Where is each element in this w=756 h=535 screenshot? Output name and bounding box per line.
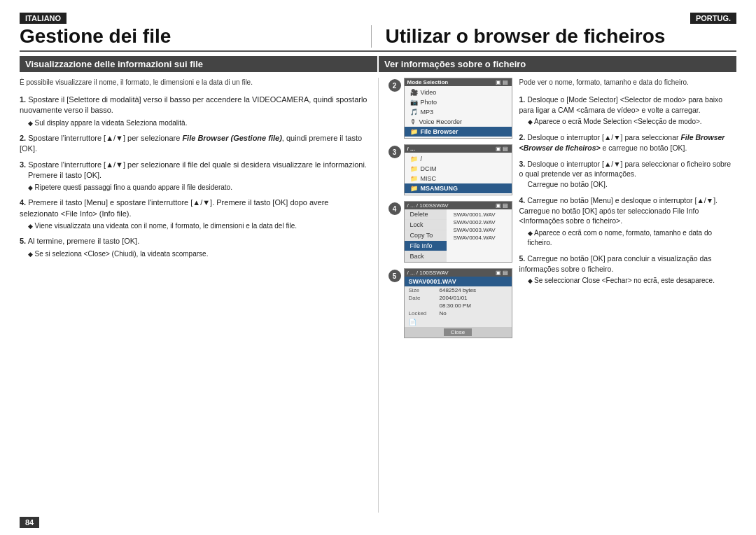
step-pt-2: 2. Desloque o interruptor [▲/▼] para sel… [519, 132, 737, 153]
screen-4-path: / ... / 100SSWAV [407, 202, 449, 209]
page: ITALIANO PORTUG. Gestione dei file Utili… [0, 0, 756, 535]
section-header-pt: Ver informações sobre o ficheiro [379, 56, 736, 72]
screen-2-icons: ▣ ▤ [496, 79, 508, 85]
screen-3-item-root: 📁 / [405, 154, 512, 164]
screenshots-col: 2 Mode Selection ▣ ▤ 🎥 Video [388, 78, 512, 513]
step-it-3: 3. Spostare l'interruttore [▲/▼] per sel… [20, 160, 368, 193]
right-column: 2 Mode Selection ▣ ▤ 🎥 Video [379, 78, 737, 513]
screen-5-path: / ... / 100SSWAV [407, 270, 449, 276]
screen-4-body: Delete Lock Copy To File Info Back SWAV0… [405, 209, 512, 262]
page-footer: 84 [20, 517, 736, 528]
intro-pt: Pode ver o nome, formato, tamanho e data… [519, 78, 737, 88]
step-num-5: 5. [20, 237, 26, 245]
step-pt-3: 3. Desloque o interruptor [▲/▼] para sel… [519, 159, 737, 190]
date-value: 2004/01/01 [440, 295, 468, 301]
intro-it: È possibile visualizzare il nome, il for… [20, 78, 368, 88]
file-row-2: SWAV0002.WAV [448, 218, 510, 226]
screen-3-item-msamsung: 📁 MSAMSUNG [405, 183, 512, 193]
info-icon-row: 📄 [405, 317, 512, 327]
step-pt-5: 5. Carregue no botão [OK] para concluir … [519, 253, 737, 286]
info-filename: SWAV0001.WAV [405, 277, 512, 286]
step-pt-bullet-5: Se seleccionar Close <Fechar> no ecrã, e… [528, 276, 737, 286]
step-pt-num-2: 2. [519, 133, 526, 141]
close-button[interactable]: Close [444, 328, 472, 336]
file-row-1: SWAV0001.WAV [448, 211, 510, 218]
screen-2-item-mp3: 🎵 MP3 [405, 107, 512, 117]
screen-4-icons: ▣ ▤ [496, 202, 508, 209]
step-pt-bullet-1: Aparece o ecrã Mode Selection <Selecção … [528, 117, 737, 127]
screen-3-icons: ▣ ▤ [496, 146, 508, 152]
step-text-5: Al termine, premere il tasto [OK]. [28, 237, 140, 245]
screen-2-item-video: 🎥 Video [405, 88, 512, 97]
file-doc-icon: 📄 [409, 319, 416, 326]
steps-list-pt: 1. Desloque o [Mode Selector] <Selector … [519, 95, 737, 286]
screen-3: / ... ▣ ▤ 📁 / 📁 DCIM [404, 144, 512, 195]
locked-label: Locked [409, 310, 437, 317]
step-pt-text-4: Carregue no botão [Menu] e desloque o in… [519, 196, 718, 225]
step-it-5: 5. Al termine, premere il tasto [OK]. Se… [20, 236, 368, 258]
step-it-4: 4. Premere il tasto [Menu] e spostare l'… [20, 197, 368, 231]
title-pt: Utilizar o browser de ficheiros [371, 25, 737, 48]
info-size-row: Size 6482524 bytes [405, 286, 512, 294]
screen-2-title: Mode Selection [407, 79, 449, 85]
folder-icon: 📁 [410, 128, 418, 135]
lang-badge-it: ITALIANO [20, 13, 66, 24]
step-text-1: Spostare il [Selettore di modalità] vers… [20, 95, 367, 114]
step-bullet-5: Se si seleziona <Close> (Chiudi), la vid… [28, 249, 368, 259]
left-column: È possibile visualizzare il nome, il for… [20, 78, 379, 513]
locked-value: No [440, 310, 447, 317]
step-pt-text-5: Carregue no botão [OK] para concluir a v… [519, 254, 712, 273]
info-date-row: Date 2004/01/01 [405, 294, 512, 302]
info-locked-row: Locked No [405, 310, 512, 317]
section-header-row: Visualizzazione delle informazioni sui f… [20, 56, 736, 72]
step-sub-3: Premere il tasto [OK]. [28, 171, 102, 179]
step-pt-num-4: 4. [519, 196, 526, 204]
step-circle-4: 4 [388, 202, 401, 215]
screen-2-body: 🎥 Video 📷 Photo 🎵 MP3 [405, 86, 512, 138]
screen-5: / ... / 100SSWAV ▣ ▤ SWAV0001.WAV Size 6… [404, 268, 512, 338]
step-bullet-4: Viene visualizzata una videata con il no… [28, 221, 368, 231]
title-row: Gestione dei file Utilizar o browser de … [20, 25, 736, 52]
step-pt-text-1: Desloque o [Mode Selector] <Selector de … [519, 95, 723, 114]
step-bullet-1: Sul display appare la videata Seleziona … [28, 118, 368, 128]
step-num-1: 1. [20, 95, 26, 104]
video-icon: 🎥 [410, 89, 418, 96]
step-screen-4-block: 4 / ... / 100SSWAV ▣ ▤ Delete Lock Copy … [388, 201, 512, 263]
menu-item-lock: Lock [405, 220, 447, 230]
step-text-2: Spostare l'interruttore [▲/▼] per selezi… [20, 134, 362, 153]
screen-2-item-filebrowser: 📁 File Browser [405, 127, 512, 137]
step-circle-5: 5 [388, 270, 401, 282]
step-it-1: 1. Spostare il [Selettore di modalità] v… [20, 95, 368, 128]
menu-item-fileinfo: File Info [405, 241, 447, 251]
step-pt-text-2: Desloque o interruptor [▲/▼] para selecc… [519, 133, 725, 152]
voice-icon: 🎙 [410, 118, 416, 125]
menu-item-copyto: Copy To [405, 230, 447, 241]
dcim-icon: 📁 [410, 165, 418, 172]
section-header-it: Visualizzazione delle informazioni sui f… [20, 56, 377, 72]
step-pt-text-3: Desloque o interruptor [▲/▼] para selecc… [519, 160, 732, 179]
step-pt-1: 1. Desloque o [Mode Selector] <Selector … [519, 95, 737, 127]
step-it-2: 2. Spostare l'interruttore [▲/▼] per sel… [20, 133, 368, 155]
step-screen-3-block: 3 / ... ▣ ▤ 📁 / 📁 [388, 144, 512, 195]
mp3-icon: 🎵 [410, 109, 418, 116]
lang-badge-pt: PORTUG. [690, 13, 736, 24]
time-label [409, 303, 437, 309]
file-row-4: SWAV0004.WAV [448, 234, 510, 242]
screen-3-body: 📁 / 📁 DCIM 📁 MISC [405, 153, 512, 195]
file-row-3: SWAV0003.WAV [448, 226, 510, 234]
screen-5-icons: ▣ ▤ [496, 270, 508, 276]
step-circle-3: 3 [388, 146, 401, 158]
main-content: È possibile visualizzare il nome, il for… [20, 78, 736, 513]
header-row: ITALIANO PORTUG. [20, 13, 736, 24]
step-pt-sub-3: Carregue no botão [OK]. [528, 180, 608, 188]
time-value: 08:30:00 PM [440, 303, 471, 309]
size-label: Size [409, 287, 437, 293]
screen-2-item-photo: 📷 Photo [405, 97, 512, 107]
screen-3-header: / ... ▣ ▤ [405, 145, 512, 153]
step-text-4: Premere il tasto [Menu] e spostare l'int… [20, 198, 328, 217]
step-num-3: 3. [20, 160, 26, 169]
step-pt-bullet-4: Aparece o ecrã com o nome, formato, tama… [528, 228, 737, 248]
step-pt-num-5: 5. [519, 254, 526, 263]
step-pt-num-1: 1. [519, 95, 526, 104]
info-close-bar: Close [405, 327, 512, 338]
